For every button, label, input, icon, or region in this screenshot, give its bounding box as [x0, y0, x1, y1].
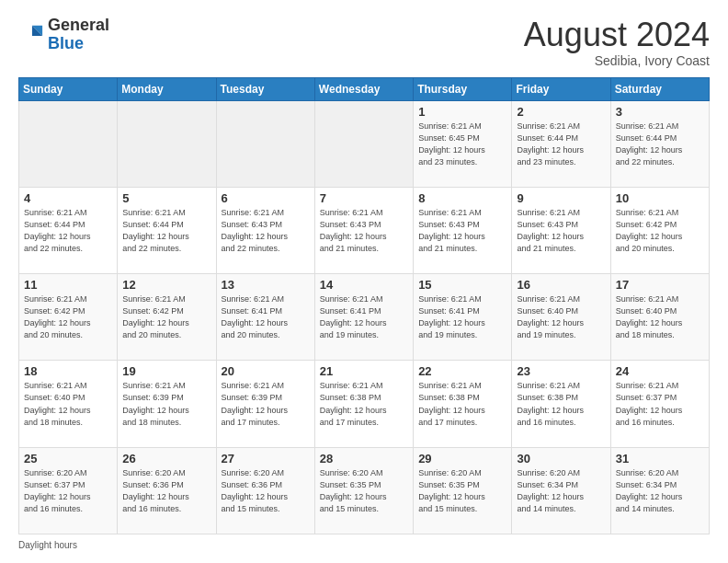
- day-number: 25: [24, 452, 112, 465]
- title-block: August 2024 Sedibia, Ivory Coast: [524, 17, 710, 68]
- calendar-cell: 18Sunrise: 6:21 AMSunset: 6:40 PMDayligh…: [19, 361, 118, 447]
- calendar-cell: 14Sunrise: 6:21 AMSunset: 6:41 PMDayligh…: [314, 274, 413, 361]
- calendar-cell: 19Sunrise: 6:21 AMSunset: 6:39 PMDayligh…: [118, 361, 216, 447]
- calendar-cell: [19, 100, 118, 187]
- calendar-cell: 15Sunrise: 6:21 AMSunset: 6:41 PMDayligh…: [414, 274, 512, 361]
- day-number: 24: [616, 364, 704, 378]
- day-info: Sunrise: 6:21 AMSunset: 6:40 PMDaylight:…: [517, 293, 605, 341]
- calendar-header-sunday: Sunday: [19, 77, 118, 100]
- calendar-cell: 10Sunrise: 6:21 AMSunset: 6:42 PMDayligh…: [610, 187, 709, 273]
- day-number: 23: [517, 364, 605, 378]
- calendar-cell: 1Sunrise: 6:21 AMSunset: 6:45 PMDaylight…: [414, 100, 512, 187]
- header: General Blue August 2024 Sedibia, Ivory …: [18, 17, 710, 68]
- day-info: Sunrise: 6:20 AMSunset: 6:34 PMDaylight:…: [616, 467, 704, 515]
- day-number: 20: [222, 364, 310, 378]
- day-info: Sunrise: 6:20 AMSunset: 6:36 PMDaylight:…: [222, 467, 310, 515]
- day-info: Sunrise: 6:21 AMSunset: 6:38 PMDaylight:…: [517, 380, 605, 428]
- calendar-cell: 7Sunrise: 6:21 AMSunset: 6:43 PMDaylight…: [314, 187, 413, 273]
- day-number: 14: [320, 278, 408, 292]
- month-year: August 2024: [524, 17, 710, 53]
- day-number: 4: [24, 191, 112, 205]
- calendar-cell: 29Sunrise: 6:20 AMSunset: 6:35 PMDayligh…: [414, 447, 512, 534]
- calendar-header-wednesday: Wednesday: [314, 77, 413, 100]
- day-number: 8: [418, 191, 506, 205]
- calendar-header-row: SundayMondayTuesdayWednesdayThursdayFrid…: [19, 77, 710, 100]
- day-info: Sunrise: 6:20 AMSunset: 6:35 PMDaylight:…: [418, 467, 506, 515]
- calendar-cell: [314, 100, 413, 187]
- calendar-cell: 8Sunrise: 6:21 AMSunset: 6:43 PMDaylight…: [414, 187, 512, 273]
- calendar-cell: 27Sunrise: 6:20 AMSunset: 6:36 PMDayligh…: [216, 447, 314, 534]
- day-number: 27: [222, 452, 310, 465]
- calendar-cell: 17Sunrise: 6:21 AMSunset: 6:40 PMDayligh…: [610, 274, 709, 361]
- day-number: 3: [616, 105, 704, 119]
- calendar-week-2: 4Sunrise: 6:21 AMSunset: 6:44 PMDaylight…: [19, 187, 710, 273]
- calendar-header-thursday: Thursday: [414, 77, 512, 100]
- day-info: Sunrise: 6:21 AMSunset: 6:44 PMDaylight:…: [122, 207, 210, 255]
- calendar-cell: 28Sunrise: 6:20 AMSunset: 6:35 PMDayligh…: [314, 447, 413, 534]
- calendar-header-friday: Friday: [512, 77, 610, 100]
- day-number: 6: [222, 191, 310, 205]
- calendar-cell: 13Sunrise: 6:21 AMSunset: 6:41 PMDayligh…: [216, 274, 314, 361]
- calendar-week-1: 1Sunrise: 6:21 AMSunset: 6:45 PMDaylight…: [19, 100, 710, 187]
- calendar-cell: 21Sunrise: 6:21 AMSunset: 6:38 PMDayligh…: [314, 361, 413, 447]
- day-info: Sunrise: 6:21 AMSunset: 6:42 PMDaylight:…: [24, 293, 112, 341]
- calendar-cell: 31Sunrise: 6:20 AMSunset: 6:34 PMDayligh…: [610, 447, 709, 534]
- day-number: 11: [24, 278, 112, 292]
- calendar-cell: [118, 100, 216, 187]
- day-info: Sunrise: 6:20 AMSunset: 6:35 PMDaylight:…: [320, 467, 408, 515]
- day-info: Sunrise: 6:21 AMSunset: 6:44 PMDaylight:…: [24, 207, 112, 255]
- day-info: Sunrise: 6:21 AMSunset: 6:43 PMDaylight:…: [222, 207, 310, 255]
- logo-general: General: [48, 16, 109, 34]
- day-info: Sunrise: 6:21 AMSunset: 6:44 PMDaylight:…: [517, 121, 605, 168]
- calendar-cell: 5Sunrise: 6:21 AMSunset: 6:44 PMDaylight…: [118, 187, 216, 273]
- calendar-cell: 30Sunrise: 6:20 AMSunset: 6:34 PMDayligh…: [512, 447, 610, 534]
- calendar-week-5: 25Sunrise: 6:20 AMSunset: 6:37 PMDayligh…: [19, 447, 710, 534]
- day-info: Sunrise: 6:21 AMSunset: 6:43 PMDaylight:…: [517, 207, 605, 255]
- calendar-week-4: 18Sunrise: 6:21 AMSunset: 6:40 PMDayligh…: [19, 361, 710, 447]
- day-info: Sunrise: 6:21 AMSunset: 6:41 PMDaylight:…: [418, 293, 506, 341]
- calendar-cell: 22Sunrise: 6:21 AMSunset: 6:38 PMDayligh…: [414, 361, 512, 447]
- day-info: Sunrise: 6:21 AMSunset: 6:39 PMDaylight:…: [222, 380, 310, 428]
- calendar-cell: 6Sunrise: 6:21 AMSunset: 6:43 PMDaylight…: [216, 187, 314, 273]
- calendar-header-monday: Monday: [118, 77, 216, 100]
- day-info: Sunrise: 6:21 AMSunset: 6:41 PMDaylight:…: [222, 293, 310, 341]
- day-info: Sunrise: 6:21 AMSunset: 6:42 PMDaylight:…: [122, 293, 210, 341]
- calendar-cell: 4Sunrise: 6:21 AMSunset: 6:44 PMDaylight…: [19, 187, 118, 273]
- day-number: 19: [122, 364, 210, 378]
- calendar-cell: 9Sunrise: 6:21 AMSunset: 6:43 PMDaylight…: [512, 187, 610, 273]
- day-number: 29: [418, 452, 506, 465]
- calendar-cell: 20Sunrise: 6:21 AMSunset: 6:39 PMDayligh…: [216, 361, 314, 447]
- footer: Daylight hours: [18, 540, 710, 550]
- calendar-cell: 3Sunrise: 6:21 AMSunset: 6:44 PMDaylight…: [610, 100, 709, 187]
- day-number: 28: [320, 452, 408, 465]
- calendar-cell: 16Sunrise: 6:21 AMSunset: 6:40 PMDayligh…: [512, 274, 610, 361]
- day-number: 22: [418, 364, 506, 378]
- day-info: Sunrise: 6:20 AMSunset: 6:37 PMDaylight:…: [24, 467, 112, 515]
- day-info: Sunrise: 6:21 AMSunset: 6:39 PMDaylight:…: [122, 380, 210, 428]
- day-number: 15: [418, 278, 506, 292]
- day-number: 9: [517, 191, 605, 205]
- calendar-cell: 2Sunrise: 6:21 AMSunset: 6:44 PMDaylight…: [512, 100, 610, 187]
- day-number: 30: [517, 452, 605, 465]
- day-number: 31: [616, 452, 704, 465]
- day-info: Sunrise: 6:21 AMSunset: 6:44 PMDaylight:…: [616, 121, 704, 168]
- calendar-cell: 12Sunrise: 6:21 AMSunset: 6:42 PMDayligh…: [118, 274, 216, 361]
- logo-icon: [18, 22, 44, 48]
- day-number: 13: [222, 278, 310, 292]
- day-number: 26: [122, 452, 210, 465]
- calendar-header-saturday: Saturday: [610, 77, 709, 100]
- calendar-table: SundayMondayTuesdayWednesdayThursdayFrid…: [18, 77, 710, 534]
- day-number: 16: [517, 278, 605, 292]
- day-info: Sunrise: 6:21 AMSunset: 6:45 PMDaylight:…: [418, 121, 506, 168]
- location: Sedibia, Ivory Coast: [524, 53, 710, 68]
- logo-text: General Blue: [48, 17, 109, 53]
- calendar-cell: 26Sunrise: 6:20 AMSunset: 6:36 PMDayligh…: [118, 447, 216, 534]
- day-number: 2: [517, 105, 605, 119]
- calendar-cell: 11Sunrise: 6:21 AMSunset: 6:42 PMDayligh…: [19, 274, 118, 361]
- logo-blue: Blue: [48, 34, 84, 52]
- day-number: 5: [122, 191, 210, 205]
- day-info: Sunrise: 6:20 AMSunset: 6:34 PMDaylight:…: [517, 467, 605, 515]
- calendar-week-3: 11Sunrise: 6:21 AMSunset: 6:42 PMDayligh…: [19, 274, 710, 361]
- day-number: 1: [418, 105, 506, 119]
- day-info: Sunrise: 6:21 AMSunset: 6:37 PMDaylight:…: [616, 380, 704, 428]
